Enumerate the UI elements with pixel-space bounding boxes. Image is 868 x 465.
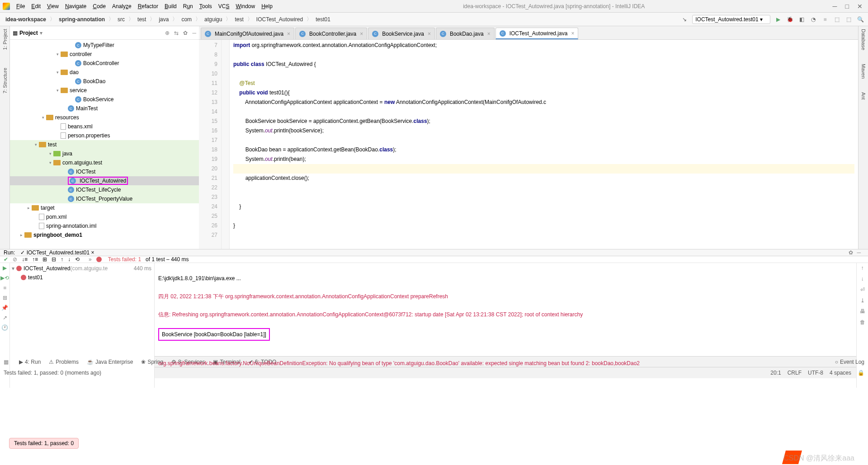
- crumb-9[interactable]: test01: [314, 15, 332, 23]
- close-tab-icon[interactable]: ×: [360, 31, 363, 37]
- run-settings-icon[interactable]: ✿: [849, 249, 853, 256]
- tree-item-person-properties[interactable]: person.properties: [10, 131, 199, 140]
- tab-run[interactable]: ▶ 4: Run: [19, 359, 41, 365]
- tree-item-controller[interactable]: ▾controller: [10, 50, 199, 59]
- tree-item-java[interactable]: ▾java: [10, 149, 199, 158]
- search-icon[interactable]: 🔍: [856, 15, 864, 23]
- tree-item-spring-annotation-iml[interactable]: spring-annotation.iml: [10, 221, 199, 230]
- tree-item-com-atguigu-test[interactable]: ▾com.atguigu.test: [10, 158, 199, 167]
- run-icon[interactable]: ▶: [774, 15, 782, 23]
- tab-ioctest-autowired-java[interactable]: CIOCTest_Autowired.java×: [495, 28, 579, 39]
- tree-item-bookservice[interactable]: CBookService: [10, 95, 199, 104]
- code-editor[interactable]: import org.springframework.context.annot…: [230, 40, 858, 249]
- prev-icon[interactable]: ↑: [61, 256, 63, 263]
- menu-help[interactable]: Help: [259, 2, 275, 11]
- run-hide-icon[interactable]: ─: [857, 249, 861, 256]
- menu-run[interactable]: Run: [180, 2, 196, 11]
- menu-build[interactable]: Build: [162, 2, 179, 11]
- sort-up-icon[interactable]: ↑≡: [32, 256, 38, 263]
- print-icon[interactable]: 🖶: [860, 308, 865, 315]
- tree-item-pom-xml[interactable]: pom.xml: [10, 212, 199, 221]
- tree-item-test[interactable]: ▾test: [10, 140, 199, 149]
- menu-file[interactable]: File: [14, 2, 28, 11]
- rail-project[interactable]: 1: Project: [2, 29, 8, 50]
- crumb-8[interactable]: IOCTest_Autowired: [255, 15, 305, 23]
- minimize-icon[interactable]: ─: [833, 3, 837, 10]
- menu-navigate[interactable]: Navigate: [62, 2, 89, 11]
- stop-button[interactable]: ■: [3, 285, 6, 291]
- fail-notification[interactable]: Tests failed: 1, passed: 0: [9, 438, 79, 449]
- toggle-button[interactable]: ⊞: [3, 295, 7, 301]
- tab-bookservice-java[interactable]: CBookService.java×: [368, 28, 435, 39]
- project-tree[interactable]: CMyTypeFilter▾controllerCBookController▾…: [10, 40, 199, 249]
- tree-item-bookcontroller[interactable]: CBookController: [10, 59, 199, 68]
- tree-item-bookdao[interactable]: CBookDao: [10, 77, 199, 86]
- expand-all-icon[interactable]: ⊞: [42, 256, 47, 263]
- rerun-failed-button[interactable]: ▶⟲: [0, 275, 9, 281]
- tree-item-beans-xml[interactable]: beans.xml: [10, 122, 199, 131]
- lock-icon[interactable]: 🔒: [858, 370, 864, 376]
- close-tab-icon[interactable]: ×: [487, 31, 491, 37]
- tree-item-maintest[interactable]: CMainTest: [10, 104, 199, 113]
- line-gutter[interactable]: 789101112131415161718192021222324252627: [199, 40, 222, 249]
- vcs-icon[interactable]: ⬚: [833, 15, 841, 23]
- profile-icon[interactable]: ◔: [809, 15, 817, 23]
- tree-item-dao[interactable]: ▾dao: [10, 68, 199, 77]
- bottom-left-rail[interactable]: ▦: [4, 359, 11, 365]
- scroll-up-icon[interactable]: ↑: [861, 265, 864, 271]
- tree-item-springboot-demo1[interactable]: ▸springboot_demo1: [10, 230, 199, 240]
- structure-icon[interactable]: ⬚: [844, 15, 853, 23]
- tab-bookcontroller-java[interactable]: CBookController.java×: [295, 28, 367, 39]
- maximize-icon[interactable]: □: [845, 3, 849, 10]
- tab-mainconifgofautowired-java[interactable]: CMainConifgOfAutowired.java×: [201, 28, 294, 39]
- debug-icon[interactable]: 🐞: [786, 15, 794, 23]
- export-button[interactable]: ↗: [3, 315, 7, 321]
- rerun-icon[interactable]: ⟲: [75, 256, 80, 263]
- tree-item-service[interactable]: ▾service: [10, 86, 199, 95]
- pin-button[interactable]: 📌: [1, 305, 8, 311]
- menu-code[interactable]: Code: [90, 2, 108, 11]
- settings-icon[interactable]: ✿: [183, 30, 188, 36]
- tree-item-target[interactable]: ▸target: [10, 203, 199, 212]
- tab-java-enterprise[interactable]: ☕ Java Enterprise: [87, 359, 133, 365]
- menu-tools[interactable]: Tools: [197, 2, 215, 11]
- crumb-0[interactable]: idea-workspace: [4, 15, 48, 23]
- crumb-3[interactable]: test: [136, 15, 148, 23]
- rail-maven[interactable]: Maven: [861, 64, 866, 79]
- menu-window[interactable]: Window: [233, 2, 258, 11]
- tab-problems[interactable]: ⚠ Problems: [49, 359, 79, 365]
- hide-icon[interactable]: ─: [192, 30, 196, 36]
- test-row-ioctest_autowired[interactable]: ▾IOCTest_Autowired (com.atguigu.te440 ms: [10, 264, 154, 273]
- build-icon[interactable]: ↘: [680, 15, 689, 23]
- tree-item-resources[interactable]: ▾resources: [10, 113, 199, 122]
- locate-icon[interactable]: ⊕: [165, 30, 170, 36]
- crumb-5[interactable]: com: [179, 15, 193, 23]
- test-tree[interactable]: ▾IOCTest_Autowired (com.atguigu.te440 ms…: [10, 263, 155, 388]
- run-config-select[interactable]: IOCTest_Autowired.test01 ▾: [692, 15, 770, 24]
- rail-structure[interactable]: 7: Structure: [2, 68, 8, 94]
- rerun-button[interactable]: ▶: [3, 265, 7, 271]
- sort-down-icon[interactable]: ↓≡: [22, 256, 28, 263]
- project-dropdown-icon[interactable]: ▾: [40, 30, 42, 36]
- close-tab-icon[interactable]: ×: [428, 31, 431, 37]
- soft-wrap-icon[interactable]: ⏎: [860, 287, 865, 293]
- scroll-down-icon[interactable]: ↓: [861, 276, 864, 282]
- crumb-7[interactable]: test: [233, 15, 245, 23]
- close-tab-icon[interactable]: ×: [571, 30, 574, 37]
- menu-vcs[interactable]: VCS: [216, 2, 232, 11]
- run-config-name[interactable]: ✓ IOCTest_Autowired.test01 ×: [20, 249, 94, 256]
- tab-bookdao-java[interactable]: CBookDao.java×: [436, 28, 495, 39]
- menu-refactor[interactable]: Refactor: [135, 2, 161, 11]
- tree-item-ioctest-lifecycle[interactable]: CIOCTest_LifeCycle: [10, 185, 199, 194]
- menu-edit[interactable]: Edit: [28, 2, 43, 11]
- console-output[interactable]: E:\jdk\jdk1.8.0_191\bin\java.exe ... 四月 …: [155, 263, 856, 388]
- menu-view[interactable]: View: [44, 2, 61, 11]
- tree-item-ioctest-propertyvalue[interactable]: CIOCTest_PropertyValue: [10, 194, 199, 203]
- clear-icon[interactable]: 🗑: [860, 319, 865, 325]
- stop-icon[interactable]: ■: [821, 15, 829, 23]
- crumb-6[interactable]: atguigu: [203, 15, 224, 23]
- menu-analyze[interactable]: Analyze: [109, 2, 134, 11]
- show-passed-icon[interactable]: ✔: [4, 256, 8, 263]
- collapse-all-icon[interactable]: ⊟: [52, 256, 56, 263]
- test-row-test01[interactable]: test01: [10, 273, 154, 282]
